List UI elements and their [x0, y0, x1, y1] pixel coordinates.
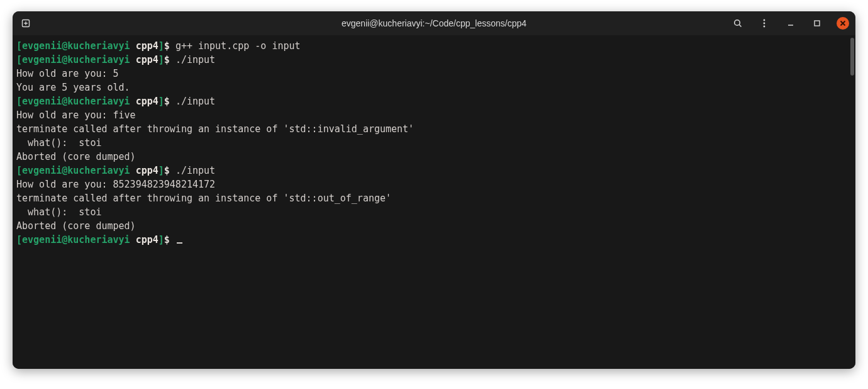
terminal-output: terminate called after throwing an insta… — [16, 191, 852, 205]
prompt-bracket-open: [ — [16, 40, 22, 52]
terminal-output: You are 5 years old. — [16, 81, 852, 94]
terminal-line: [evgenii@kucheriavyi cpp4]$ ./input — [16, 53, 852, 67]
prompt-dollar: $ — [164, 40, 175, 52]
cursor — [177, 242, 182, 244]
minimize-button[interactable] — [784, 16, 798, 30]
terminal-body[interactable]: [evgenii@kucheriavyi cpp4]$ g++ input.cp… — [13, 35, 855, 369]
scrollbar-thumb[interactable] — [850, 38, 854, 76]
terminal-output: what(): stoi — [16, 205, 852, 219]
titlebar: evgenii@kucheriavyi:~/Code/cpp_lessons/c… — [13, 11, 855, 35]
terminal-line: [evgenii@kucheriavyi cpp4]$ g++ input.cp… — [16, 39, 852, 53]
new-tab-button[interactable] — [19, 16, 33, 30]
window-title: evgenii@kucheriavyi:~/Code/cpp_lessons/c… — [13, 18, 855, 28]
command-text: ./input — [175, 54, 215, 65]
terminal-line: [evgenii@kucheriavyi cpp4]$ ./input — [16, 164, 852, 178]
command-text: ./input — [175, 96, 215, 107]
minimize-icon — [786, 19, 795, 28]
prompt-userhost: evgenii@kucheriavyi — [22, 40, 130, 52]
terminal-window: evgenii@kucheriavyi:~/Code/cpp_lessons/c… — [13, 11, 855, 369]
terminal-output: Aborted (core dumped) — [16, 150, 852, 164]
terminal-output: How old are you: 852394823948214172 — [16, 178, 852, 191]
maximize-button[interactable] — [810, 16, 824, 30]
terminal-output: what(): stoi — [16, 136, 852, 150]
svg-rect-9 — [815, 21, 820, 26]
terminal-line: [evgenii@kucheriavyi cpp4]$ — [16, 233, 852, 247]
svg-line-4 — [739, 25, 741, 26]
close-button[interactable] — [837, 17, 849, 30]
command-text: ./input — [175, 165, 215, 176]
kebab-menu-icon — [759, 18, 769, 28]
search-button[interactable] — [731, 16, 745, 30]
terminal-line: [evgenii@kucheriavyi cpp4]$ ./input — [16, 94, 852, 108]
terminal-output: How old are you: five — [16, 108, 852, 122]
search-icon — [733, 18, 743, 28]
terminal-output: Aborted (core dumped) — [16, 219, 852, 233]
svg-point-3 — [735, 20, 740, 26]
close-icon — [840, 20, 846, 26]
maximize-icon — [813, 20, 821, 27]
terminal-output: How old are you: 5 — [16, 67, 852, 81]
prompt-dir: cpp4 — [136, 40, 159, 52]
new-tab-icon — [21, 18, 31, 28]
terminal-output: terminate called after throwing an insta… — [16, 122, 852, 136]
svg-point-5 — [764, 20, 765, 21]
command-text: g++ input.cpp -o input — [175, 40, 301, 52]
svg-point-7 — [764, 26, 765, 28]
prompt-bracket-close: ] — [159, 40, 164, 52]
menu-button[interactable] — [757, 16, 771, 30]
svg-point-6 — [764, 23, 765, 25]
